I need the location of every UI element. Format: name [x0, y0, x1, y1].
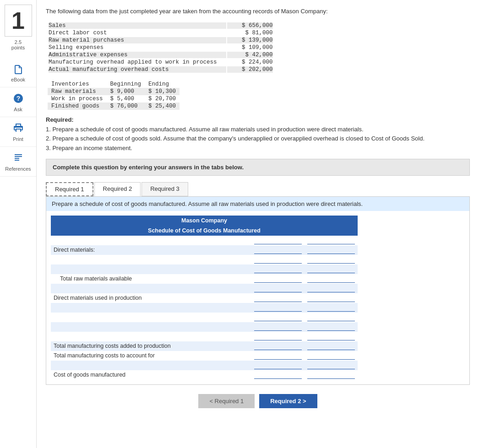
row-label [51, 284, 251, 293]
input-cell [251, 332, 305, 341]
prev-arrow-icon [209, 398, 214, 405]
schedule-input[interactable] [307, 275, 355, 283]
input-cell [305, 264, 358, 274]
input-cell [305, 236, 358, 245]
tab-required-1[interactable]: Required 1 [46, 182, 93, 196]
schedule-input[interactable] [307, 294, 355, 302]
input-cell [305, 332, 358, 341]
direct-materials-used-label: Direct materials used in production [51, 293, 251, 303]
sidebar-item-print[interactable]: Print [0, 117, 36, 147]
table-row: Administrative expenses $ 42,000 [49, 52, 273, 58]
schedule-input[interactable] [307, 246, 355, 254]
input-cell [305, 370, 358, 380]
inv-beginning: $ 5,400 [107, 95, 145, 103]
required-label: Required: [46, 116, 470, 123]
schedule-input[interactable] [254, 371, 302, 379]
input-cell [251, 322, 305, 332]
schedule-input[interactable] [307, 371, 355, 379]
sidebar-item-ebook[interactable]: eBook [0, 59, 36, 87]
fin-label: Sales [49, 22, 226, 29]
schedule-input[interactable] [307, 256, 355, 264]
schedule-input[interactable] [254, 256, 302, 264]
financial-table: Sales $ 656,000 Direct labor cost $ 81,0… [48, 22, 274, 74]
inv-label: Finished goods [48, 103, 107, 110]
table-row [51, 332, 358, 341]
table-row [51, 264, 358, 274]
question-intro: The following data from the just complet… [46, 7, 470, 16]
sidebar-ask-label: Ask [14, 107, 22, 112]
main-content: The following data from the just complet… [37, 0, 479, 448]
input-cell [305, 284, 358, 293]
bottom-nav: Required 1 Required 2 [46, 394, 470, 417]
fin-label: Selling expenses [49, 44, 226, 51]
schedule-wrapper: Mason Company Schedule of Cost of Goods … [46, 211, 469, 384]
schedule-input[interactable] [307, 352, 355, 360]
input-cell [305, 341, 358, 351]
schedule-input[interactable] [307, 342, 355, 350]
input-cell [305, 303, 358, 313]
sidebar-item-references[interactable]: References [0, 147, 36, 177]
table-row: Direct labor cost $ 81,000 [49, 30, 273, 36]
schedule-input[interactable] [307, 304, 355, 312]
schedule-input[interactable] [254, 342, 302, 350]
schedule-input[interactable] [254, 285, 302, 292]
table-row [51, 255, 358, 264]
schedule-company-row: Mason Company [51, 216, 358, 226]
schedule-input[interactable] [254, 237, 302, 244]
inv-ending: $ 20,700 [145, 95, 180, 103]
schedule-input[interactable] [254, 313, 302, 321]
prev-button[interactable]: Required 1 [198, 394, 255, 408]
fin-value: $ 109,000 [227, 44, 273, 51]
row-label [51, 236, 251, 245]
schedule-input[interactable] [307, 237, 355, 244]
tab-content: Prepare a schedule of cost of goods manu… [46, 196, 470, 385]
schedule-input[interactable] [254, 304, 302, 312]
schedule-input[interactable] [254, 265, 302, 273]
references-icon [12, 151, 25, 164]
table-row [51, 303, 358, 313]
inv-beginning: $ 9,000 [107, 88, 145, 95]
table-row: Sales $ 656,000 [49, 22, 273, 29]
sidebar-item-ask[interactable]: ? Ask [0, 87, 36, 117]
schedule-input[interactable] [254, 294, 302, 302]
row-label [51, 303, 251, 313]
fin-value: $ 81,000 [227, 30, 273, 36]
schedule-input[interactable] [254, 323, 302, 331]
schedule-input[interactable] [307, 333, 355, 340]
schedule-input[interactable] [307, 285, 355, 292]
fin-label: Administrative expenses [49, 52, 226, 58]
next-button[interactable]: Required 2 [259, 394, 317, 408]
input-cell [251, 303, 305, 313]
next-arrow-icon [303, 398, 306, 405]
schedule-input[interactable] [254, 275, 302, 283]
schedule-input[interactable] [307, 313, 355, 321]
sidebar-ebook-label: eBook [11, 77, 25, 82]
fin-value: $ 42,000 [227, 52, 273, 58]
required-item-3: 3. Prepare an income statement. [46, 144, 470, 153]
tab-required-2[interactable]: Required 2 [94, 182, 141, 196]
inv-beginning: $ 76,000 [107, 103, 145, 110]
input-cell [251, 236, 305, 245]
inv-header-ending: Ending [145, 81, 180, 88]
table-row [51, 322, 358, 332]
row-label [51, 322, 251, 332]
schedule-input[interactable] [254, 352, 302, 360]
schedule-title-row: Schedule of Cost of Goods Manufactured [51, 226, 358, 236]
complete-box: Complete this question by entering your … [46, 159, 470, 176]
tab-required-3[interactable]: Required 3 [142, 182, 188, 196]
fin-value: $ 656,000 [227, 22, 273, 29]
book-icon [13, 64, 24, 75]
instruction-bar: Prepare a schedule of cost of goods manu… [46, 197, 469, 211]
schedule-input[interactable] [254, 362, 302, 369]
input-cell [305, 322, 358, 332]
schedule-input[interactable] [307, 362, 355, 369]
schedule-table: Mason Company Schedule of Cost of Goods … [51, 216, 358, 380]
row-label: Direct materials: [51, 245, 251, 255]
schedule-input[interactable] [307, 323, 355, 331]
schedule-input[interactable] [254, 333, 302, 340]
row-label [51, 361, 251, 370]
inv-header-inventories: Inventories [48, 81, 107, 88]
schedule-input[interactable] [254, 246, 302, 254]
schedule-input[interactable] [307, 265, 355, 273]
schedule-company: Mason Company [51, 216, 358, 226]
